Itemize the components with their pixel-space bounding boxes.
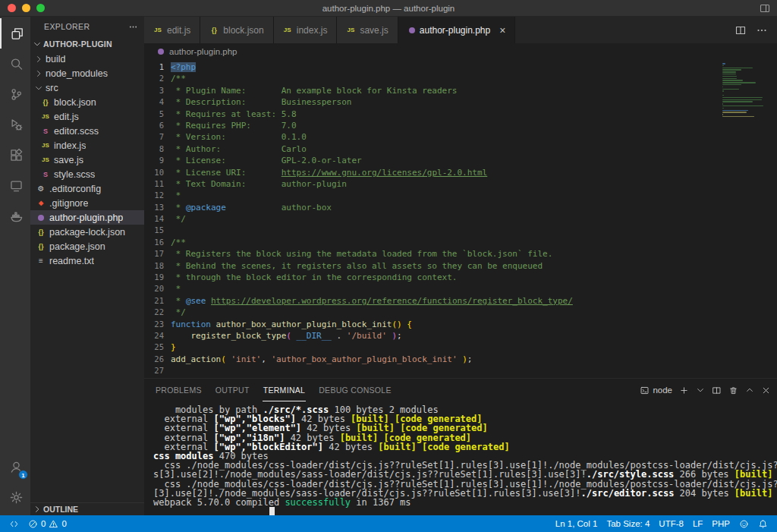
workspace-section-header[interactable]: AUTHOR-PLUGIN	[30, 36, 144, 52]
terminal-shell-picker[interactable]: node	[640, 386, 672, 395]
remote-window-button[interactable]	[5, 515, 24, 532]
minimize-window-button[interactable]	[22, 4, 30, 12]
code-token: * Plugin Name: An example block for Kins…	[171, 86, 458, 96]
code-token: }	[171, 342, 176, 352]
folder-item-node_modules[interactable]: node_modules	[30, 66, 144, 80]
activity-item-explorer[interactable]	[0, 18, 30, 49]
code-token: * Requires at least: 5.8	[171, 109, 297, 119]
terminal-token: ./src/editor.scss	[581, 488, 675, 499]
close-window-button[interactable]	[8, 4, 16, 12]
code-token: register_block_type	[191, 331, 287, 341]
activity-item-source-control[interactable]	[0, 79, 30, 109]
code-token: (	[286, 331, 296, 341]
panel-tab-problems[interactable]: PROBLEMS	[155, 379, 203, 401]
folder-item-src[interactable]: src	[30, 80, 144, 95]
new-terminal-button[interactable]	[679, 386, 689, 395]
maximize-panel-button[interactable]	[745, 386, 754, 395]
status-bar-right: Ln 1, Col 1Tab Size: 4UTF-8LFPHP	[551, 515, 772, 532]
file-item-index.js[interactable]: JSindex.js	[30, 138, 144, 153]
terminal-dropdown-button[interactable]	[696, 386, 705, 395]
file-item-readme.txt[interactable]: ≡readme.txt	[30, 253, 144, 268]
split-editor-button[interactable]	[735, 24, 747, 36]
line-number: 6	[144, 120, 164, 131]
tab-label: save.js	[360, 25, 388, 36]
code-token: .	[332, 331, 347, 341]
breadcrumb-item[interactable]: author-plugin.php	[169, 47, 238, 56]
sidebar-title: EXPLORER	[44, 22, 90, 31]
minimap-line	[722, 101, 753, 102]
file-item-.editorconfig[interactable]: ⚙.editorconfig	[30, 181, 144, 196]
tab-index.js[interactable]: JSindex.js	[274, 17, 338, 43]
file-item-.gitignore[interactable]: ◆.gitignore	[30, 196, 144, 210]
activity-item-settings[interactable]	[0, 482, 30, 512]
activity-item-extensions[interactable]	[0, 140, 30, 170]
terminal-cursor[interactable]	[269, 507, 275, 515]
item-label: node_modules	[46, 68, 108, 79]
main-area: 1 EXPLORER AUTHOR-PLUGIN buildnode_modul…	[0, 17, 777, 515]
warnings-icon	[49, 519, 58, 529]
minimap[interactable]	[722, 63, 766, 121]
file-item-package-lock.json[interactable]: {}package-lock.json	[30, 225, 144, 239]
minimap-line	[722, 108, 724, 109]
code-line: 13 * @package author-box	[144, 202, 777, 213]
file-item-author-plugin.php[interactable]: author-plugin.php	[30, 210, 144, 225]
file-item-edit.js[interactable]: JSedit.js	[30, 109, 144, 124]
status-encoding[interactable]: UTF-8	[654, 515, 688, 532]
feedback-button[interactable]	[735, 515, 753, 532]
activity-item-accounts[interactable]: 1	[0, 452, 30, 482]
bell-icon	[758, 519, 768, 529]
explorer-actions-button[interactable]	[128, 22, 138, 32]
extensions-icon	[9, 148, 24, 162]
activity-item-search[interactable]	[0, 49, 30, 79]
file-item-save.js[interactable]: JSsave.js	[30, 153, 144, 167]
line-number: 5	[144, 109, 164, 120]
activity-item-remote-explorer[interactable]	[0, 170, 30, 200]
outline-section-header[interactable]: OUTLINE	[30, 502, 144, 515]
more-actions-button[interactable]	[756, 24, 768, 36]
tab-edit.js[interactable]: JSedit.js	[144, 17, 200, 43]
line-number: 13	[144, 202, 164, 213]
line-number: 11	[144, 178, 164, 190]
tab-block.json[interactable]: {}block.json	[200, 17, 273, 43]
trash-icon	[728, 386, 738, 395]
panel-tab-debug-console[interactable]: DEBUG CONSOLE	[318, 379, 392, 401]
code-line: 12 *	[144, 190, 777, 201]
status-cursor-position[interactable]: Ln 1, Col 1	[551, 515, 602, 532]
split-terminal-button[interactable]	[712, 386, 722, 395]
activity-item-run-debug[interactable]	[0, 109, 30, 140]
minimap-line	[722, 82, 756, 83]
tab-save.js[interactable]: JSsave.js	[337, 17, 398, 43]
code-text: * Registers the block using the metadata…	[171, 248, 552, 260]
more-icon	[756, 24, 768, 36]
remote-icon	[9, 519, 19, 529]
file-item-package.json[interactable]: {}package.json	[30, 239, 144, 253]
minimap-line	[722, 90, 724, 92]
folder-item-build[interactable]: build	[30, 52, 144, 66]
status-language-mode[interactable]: PHP	[707, 515, 735, 532]
terminal-output[interactable]: modules by path ./src/*.scss 100 bytes 2…	[144, 401, 777, 515]
code-token: * License URI:	[171, 168, 282, 178]
code-line: 8 * Author: Carlo	[144, 143, 777, 155]
file-item-block.json[interactable]: {}block.json	[30, 95, 144, 109]
activity-item-docker[interactable]	[0, 200, 30, 231]
close-panel-button[interactable]	[761, 386, 771, 395]
problems-status[interactable]: 0 0	[24, 515, 71, 532]
smiley-icon	[739, 519, 749, 529]
customize-layout-button[interactable]	[759, 2, 771, 14]
panel-tab-output[interactable]: OUTPUT	[215, 379, 250, 401]
close-tab-button[interactable]: ×	[499, 25, 505, 36]
zoom-window-button[interactable]	[36, 4, 45, 12]
notifications-button[interactable]	[753, 515, 772, 532]
code-editor[interactable]: 1<?php2/**3 * Plugin Name: An example bl…	[144, 60, 777, 378]
panel-tab-terminal[interactable]: TERMINAL	[263, 379, 307, 401]
status-tab-size[interactable]: Tab Size: 4	[602, 515, 654, 532]
code-text: * through the block editor in the corres…	[171, 272, 458, 283]
file-item-style.scss[interactable]: Sstyle.scss	[30, 167, 144, 181]
scss-file-icon: S	[41, 127, 50, 136]
minimap-line	[722, 84, 741, 86]
file-item-editor.scss[interactable]: Seditor.scss	[30, 124, 144, 138]
chev-right-icon	[34, 55, 43, 64]
kill-terminal-button[interactable]	[728, 386, 738, 395]
tab-author-plugin.php[interactable]: author-plugin.php×	[398, 17, 516, 43]
status-eol[interactable]: LF	[688, 515, 707, 532]
